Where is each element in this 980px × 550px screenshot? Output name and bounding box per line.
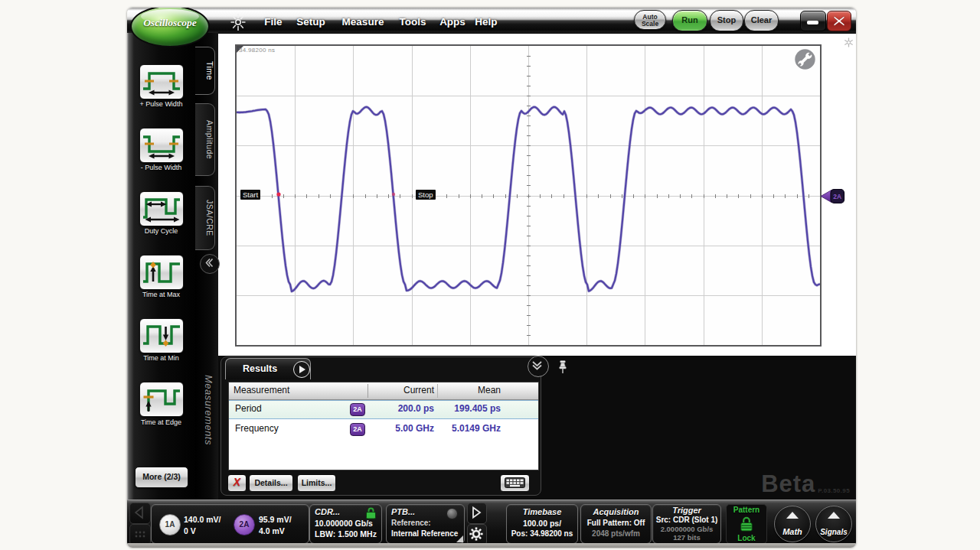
red-x-icon: X [234,476,240,488]
stop-button[interactable]: Stop [710,10,743,31]
keyboard-button[interactable] [500,474,530,492]
sparkle-icon[interactable] [227,13,250,28]
sparkle-marker-icon [844,37,854,47]
close-button[interactable] [827,11,851,31]
waveform-graticule-and-trace [237,46,820,345]
edge-marker-dot [392,193,395,196]
trigger-panel[interactable]: Trigger Src: CDR (Slot 1) 2.0000000 Gb/s… [652,504,721,544]
menu-measure[interactable]: Measure [340,15,386,30]
results-panel: Results Measurement Current Mean Period … [220,356,541,496]
auto-scale-button[interactable]: AutoScale [634,10,666,30]
timebase-reference-value: 34.98200 ns [239,47,275,54]
results-play-button[interactable] [293,361,310,378]
channel2-level-marker[interactable]: 2A [820,188,845,204]
acquisition-panel[interactable]: Acquisition Full Pattern: Off 2048 pts/w… [580,504,652,544]
collapse-toolbar-button[interactable] [200,254,220,274]
math-label: Math [775,527,810,536]
start-marker-dot [276,192,280,196]
auto-scale-label-line2: Scale [642,20,658,28]
panel-resize-corner [456,535,463,542]
current-value: 5.00 GHz [368,423,434,434]
pattern-lock-line2: Lock [727,534,766,542]
column-mean: Mean [441,385,501,395]
time-at-max-button[interactable] [139,255,184,290]
scroll-right-button[interactable] [467,503,487,524]
menu-help[interactable]: Help [473,15,499,30]
more-measurements-button[interactable]: More (2/3) [135,467,188,488]
results-tab[interactable]: Results [225,358,311,379]
column-divider [437,384,438,398]
play-icon [299,366,305,373]
tab-time[interactable]: Time [195,47,215,95]
timebase-position: Pos: 34.98200 ns [507,529,577,538]
pattern-lock-line1: Pattern [727,506,766,514]
run-button[interactable]: Run [672,10,707,31]
up-triangle-icon [786,512,799,519]
measurement-name: Frequency [235,423,279,434]
cdr-lock-icon [365,506,377,519]
limits-button[interactable]: Limits... [297,474,336,492]
cdr-panel[interactable]: CDR... 10.000000 Gb/s LBW: 1.500 MHz [309,504,382,544]
ptb-reference-value: Internal Reference [391,529,458,538]
menu-setup[interactable]: Setup [294,15,328,30]
math-button[interactable]: Math [774,506,811,542]
scroll-left-button[interactable] [129,503,151,524]
settings-gear-button[interactable] [467,524,487,545]
details-button[interactable]: Details... [249,474,293,492]
double-chevron-down-icon [528,356,546,374]
start-marker-label[interactable]: Start [240,190,260,200]
table-row-period[interactable]: Period 2A 200.0 ps 199.405 ps [229,400,538,419]
clear-button[interactable]: Clear [744,10,779,31]
channel2-button[interactable]: 2A [234,514,255,535]
channel1-button[interactable]: 1A [159,514,181,535]
plus-pulse-width-button[interactable] [139,64,184,99]
ptb-panel[interactable]: PTB... Reference: Internal Reference [386,504,465,544]
left-triangle-icon [130,503,149,522]
gear-icon [468,525,485,543]
time-at-min-button[interactable] [139,318,184,353]
channel1-scale: 140.0 mV/ [184,515,220,524]
trigger-source: Src: CDR (Slot 1) [653,516,720,524]
signals-button[interactable]: Signals [815,506,852,542]
minimize-button[interactable] [800,11,826,31]
delete-measurement-button[interactable]: X [227,474,247,492]
channel1-offset: 0 V [184,526,196,535]
close-icon [833,15,845,27]
timebase-title: Timebase [507,507,577,516]
table-row-frequency[interactable]: Frequency 2A 5.00 GHz 5.0149 GHz [229,420,538,438]
menu-file[interactable]: File [262,15,285,30]
sidebar-item-label: - Pulse Width [127,164,195,171]
timebase-panel[interactable]: Timebase 100.00 ps/ Pos: 34.98200 ns [506,504,578,544]
tab-amplitude[interactable]: Amplitude [195,103,215,176]
channels-panel[interactable]: 1A 140.0 mV/ 0 V 2A 95.9 mV/ 4.0 mV [151,504,309,544]
marker-channel-id: 2A [833,193,841,200]
menu-apps[interactable]: Apps [438,15,467,30]
measurement-name: Period [235,403,262,414]
cdr-rate: 10.000000 Gb/s [315,519,373,528]
tab-jsa-cre[interactable]: JSA/CRE [195,186,215,250]
time-at-edge-button[interactable] [139,382,184,417]
signals-label: Signals [816,528,851,536]
column-measurement: Measurement [234,385,289,395]
waveform-display[interactable]: 34.98200 ns Start Stop [235,44,822,347]
minus-pulse-width-button[interactable] [139,128,184,163]
menu-tools[interactable]: Tools [397,15,429,30]
pattern-lock-button[interactable]: Pattern Lock [726,504,767,544]
column-current: Current [368,385,434,395]
duty-cycle-button[interactable] [139,191,184,226]
sidebar-item-label: + Pulse Width [127,100,195,108]
display-setup-wrench-icon[interactable] [795,49,815,70]
current-value: 200.0 ps [368,403,434,414]
collapse-results-button[interactable] [528,356,549,377]
pattern-lock-icon [740,516,753,532]
more-status-button[interactable] [129,524,151,545]
up-triangle-icon [828,512,840,519]
cdr-loop-bandwidth: LBW: 1.500 MHz [315,529,377,539]
stop-marker-label[interactable]: Stop [416,190,436,200]
pin-panel-icon[interactable] [558,360,567,374]
negative-pulse-width-icon [142,132,181,159]
results-dock-area: Results Measurement Current Mean Period … [218,356,856,500]
ptb-reference-label: Reference: [391,519,431,527]
sidebar-item-label: Time at Min [127,354,195,362]
logo-label: Oscilloscope [132,17,208,29]
